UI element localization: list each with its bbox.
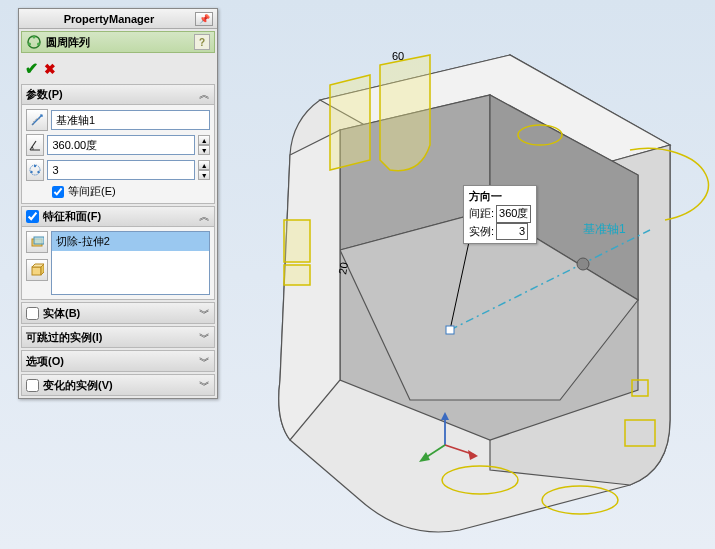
callout-spacing-value[interactable]: 360度	[496, 205, 531, 222]
axis-input[interactable]	[51, 110, 210, 130]
feature-name: 圆周阵列	[46, 35, 194, 50]
bodies-checkbox[interactable]	[26, 307, 39, 320]
ok-button[interactable]: ✔	[25, 59, 38, 78]
panel-titlebar: PropertyManager 📌	[19, 9, 217, 29]
face-icon[interactable]	[26, 259, 48, 281]
section-skip-header[interactable]: 可跳过的实例(I) ︾	[22, 327, 214, 347]
svg-point-6	[38, 171, 40, 173]
svg-rect-10	[32, 267, 41, 275]
svg-point-19	[577, 258, 589, 270]
section-varied: 变化的实例(V) ︾	[21, 374, 215, 396]
section-options: 选项(O) ︾	[21, 350, 215, 372]
chevron-up-icon: ︽	[199, 87, 210, 102]
section-features-label: 特征和面(F)	[43, 209, 199, 224]
varied-checkbox[interactable]	[26, 379, 39, 392]
callout-header: 方向一	[469, 189, 531, 204]
angle-icon[interactable]	[26, 134, 44, 156]
direction-callout[interactable]: 方向一 间距:360度 实例:3	[463, 185, 537, 244]
chevron-down-icon: ︾	[199, 354, 210, 369]
panel-title: PropertyManager	[23, 13, 195, 25]
callout-spacing-label: 间距:	[469, 207, 494, 219]
section-options-header[interactable]: 选项(O) ︾	[22, 351, 214, 371]
svg-rect-21	[446, 326, 454, 334]
features-list[interactable]: 切除-拉伸2	[51, 231, 210, 295]
axis-row	[26, 109, 210, 131]
callout-spacing-row: 间距:360度	[469, 205, 531, 222]
svg-rect-12	[284, 265, 310, 285]
equal-spacing-label: 等间距(E)	[68, 184, 116, 199]
chevron-down-icon: ︾	[199, 330, 210, 345]
features-checkbox[interactable]	[26, 210, 39, 223]
svg-rect-9	[34, 237, 44, 244]
angle-row: ▲▼	[26, 134, 210, 156]
svg-text:20: 20	[336, 261, 350, 275]
equal-spacing-checkbox[interactable]	[52, 186, 64, 198]
section-options-label: 选项(O)	[26, 354, 199, 369]
axis-label: 基准轴1	[583, 221, 626, 238]
svg-text:60: 60	[392, 50, 404, 62]
count-row: ▲▼	[26, 159, 210, 181]
section-features: 特征和面(F) ︽ 切除-拉伸2	[21, 206, 215, 300]
section-bodies-label: 实体(B)	[43, 306, 199, 321]
equal-spacing-row: 等间距(E)	[26, 184, 210, 199]
help-button[interactable]: ?	[194, 34, 210, 50]
section-parameters: 参数(P) ︽ ▲▼ ▲▼	[21, 84, 215, 204]
count-spinner[interactable]: ▲▼	[198, 160, 210, 180]
features-select-box: 切除-拉伸2	[26, 231, 210, 295]
svg-rect-11	[284, 220, 310, 262]
feature-icon[interactable]	[26, 231, 48, 253]
instance-count-icon[interactable]	[26, 159, 44, 181]
section-varied-label: 变化的实例(V)	[43, 378, 199, 393]
ok-cancel-bar: ✔ ✖	[19, 55, 217, 82]
chevron-down-icon: ︾	[199, 306, 210, 321]
axis-icon[interactable]	[26, 109, 48, 131]
chevron-up-icon: ︽	[199, 209, 210, 224]
callout-instances-value[interactable]: 3	[496, 223, 528, 240]
circular-pattern-icon	[26, 34, 42, 50]
viewport-3d[interactable]: 20 60	[230, 0, 715, 549]
svg-point-5	[34, 165, 36, 167]
callout-instances-row: 实例:3	[469, 223, 531, 240]
section-skip-label: 可跳过的实例(I)	[26, 330, 199, 345]
angle-spinner[interactable]: ▲▼	[198, 135, 210, 155]
pin-icon[interactable]: 📌	[195, 12, 213, 26]
svg-point-7	[31, 171, 33, 173]
list-item[interactable]: 切除-拉伸2	[52, 232, 209, 251]
svg-point-2	[37, 43, 40, 46]
count-input[interactable]	[47, 160, 195, 180]
callout-instances-label: 实例:	[469, 225, 494, 237]
section-parameters-header[interactable]: 参数(P) ︽	[22, 85, 214, 105]
svg-point-3	[28, 43, 31, 46]
section-parameters-label: 参数(P)	[26, 87, 199, 102]
section-features-header[interactable]: 特征和面(F) ︽	[22, 207, 214, 227]
chevron-down-icon: ︾	[199, 378, 210, 393]
section-bodies-header[interactable]: 实体(B) ︾	[22, 303, 214, 323]
section-varied-header[interactable]: 变化的实例(V) ︾	[22, 375, 214, 395]
feature-header: 圆周阵列 ?	[21, 31, 215, 53]
section-bodies: 实体(B) ︾	[21, 302, 215, 324]
section-skip: 可跳过的实例(I) ︾	[21, 326, 215, 348]
svg-point-1	[33, 36, 36, 39]
cancel-button[interactable]: ✖	[44, 61, 56, 77]
angle-input[interactable]	[47, 135, 195, 155]
property-manager-panel: PropertyManager 📌 圆周阵列 ? ✔ ✖ 参数(P) ︽	[18, 8, 218, 399]
